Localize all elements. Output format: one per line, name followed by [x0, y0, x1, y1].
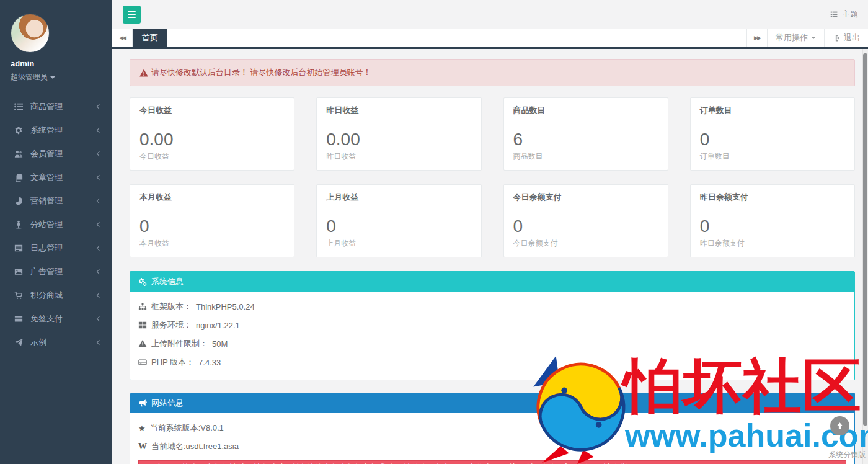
list-icon — [14, 102, 24, 112]
role-label: 超级管理员 — [11, 72, 48, 83]
panel-title: 系统信息 — [151, 276, 184, 287]
street-view-icon — [14, 220, 24, 230]
sidebar-item-example[interactable]: 示例 — [0, 331, 112, 354]
site-info-panel: 网站信息 ★ 当前系统版本:V8.0.1 W 当前域名:usdt.free1.a… — [130, 393, 855, 464]
caret-down-icon — [811, 37, 816, 39]
role-dropdown[interactable]: 超级管理员 — [11, 72, 106, 83]
credit-card-icon — [14, 314, 24, 324]
stat-card-today-income: 今日收益 0.00今日收益 — [130, 97, 294, 171]
chevron-left-icon — [96, 151, 101, 156]
card-title: 本月收益 — [130, 185, 294, 210]
stat-card-yesterday-income: 昨日收益 0.00昨日收益 — [316, 97, 481, 171]
users-icon — [14, 149, 24, 159]
site-info-body: ★ 当前系统版本:V8.0.1 W 当前域名:usdt.free1.asia 声… — [130, 413, 854, 464]
stat-card-month-income: 本月收益 0本月收益 — [130, 184, 294, 257]
card-value: 0 — [140, 216, 285, 237]
main-area: 主题 ◀◀ 首页 ▶▶ 常用操作 退出 请尽快修改默认后台目录！ 请尽快修改后台… — [112, 0, 868, 464]
warning-icon — [138, 339, 147, 348]
bullhorn-icon — [138, 399, 147, 408]
tabs-scroll-right-button[interactable]: ▶▶ — [746, 29, 767, 47]
info-label: 上传附件限制： — [151, 338, 208, 349]
sidebar-item-label: 系统管理 — [30, 125, 63, 136]
card-title: 今日收益 — [130, 98, 294, 123]
caret-down-icon — [50, 76, 55, 79]
card-label: 商品数目 — [513, 151, 658, 162]
card-value: 0 — [513, 216, 658, 237]
info-label: PHP 版本： — [151, 357, 194, 368]
sitemap-icon — [138, 302, 147, 311]
username: admin — [11, 59, 106, 68]
theme-list-icon — [830, 10, 838, 19]
card-title: 昨日收益 — [317, 98, 480, 123]
scrollbar-thumb[interactable] — [863, 53, 867, 426]
card-value: 0 — [700, 216, 845, 237]
chevron-left-icon — [96, 293, 101, 298]
card-label: 今日余额支付 — [513, 238, 658, 249]
warning-icon — [140, 69, 148, 77]
card-value: 0.00 — [326, 129, 471, 150]
info-row-php-version: PHP 版本：7.4.33 — [138, 353, 846, 372]
system-info-header: 系统信息 — [130, 272, 854, 292]
sidebar-item-system[interactable]: 系统管理 — [0, 118, 112, 142]
sidebar-item-goods[interactable]: 商品管理 — [0, 95, 112, 118]
common-actions-label: 常用操作 — [776, 32, 808, 43]
sidebar-item-label: 示例 — [30, 337, 46, 348]
chevron-left-icon — [96, 222, 101, 227]
logout-icon — [833, 34, 841, 42]
alert-text: 请尽快修改默认后台目录！ 请尽快修改后台初始管理员账号！ — [151, 67, 371, 78]
common-actions-dropdown[interactable]: 常用操作 — [767, 29, 824, 47]
sidebar-item-label: 会员管理 — [30, 148, 63, 159]
sidebar-item-members[interactable]: 会员管理 — [0, 142, 112, 166]
chevron-left-icon — [96, 340, 101, 345]
double-chevron-left-icon: ◀◀ — [119, 35, 125, 41]
warning-alert: 请尽快修改默认后台目录！ 请尽快修改后台初始管理员账号！ — [130, 59, 855, 86]
w-icon: W — [138, 442, 147, 452]
system-info-panel: 系统信息 框架版本：ThinkPHP5.0.24 服务环境：nginx/1.22… — [130, 271, 855, 380]
double-chevron-right-icon: ▶▶ — [754, 35, 760, 41]
log-list-icon — [14, 243, 24, 253]
sidebar-item-articles[interactable]: 文章管理 — [0, 166, 112, 189]
th-grid-icon — [138, 321, 147, 329]
sidebar-item-points-mall[interactable]: 积分商城 — [0, 283, 112, 307]
logout-button[interactable]: 退出 — [824, 29, 868, 47]
card-title: 商品数目 — [504, 98, 668, 123]
chevron-left-icon — [96, 316, 101, 321]
theme-button[interactable]: 主题 — [830, 9, 858, 20]
logout-label: 退出 — [844, 32, 860, 43]
back-to-top-button[interactable] — [830, 416, 849, 435]
info-row-upload-limit: 上传附件限制：50M — [138, 334, 846, 353]
sidebar-item-substation[interactable]: 分站管理 — [0, 213, 112, 236]
info-label: 服务环境： — [151, 319, 192, 331]
tab-home[interactable]: 首页 — [133, 29, 167, 47]
sidebar-item-logs[interactable]: 日志管理 — [0, 236, 112, 260]
chevron-left-icon — [96, 104, 101, 109]
system-info-body: 框架版本：ThinkPHP5.0.24 服务环境：nginx/1.22.1 上传… — [130, 292, 854, 380]
footer-version-label: 系统分销版 — [828, 450, 866, 460]
card-label: 昨日收益 — [326, 151, 471, 162]
sidebar-item-label: 文章管理 — [30, 172, 63, 183]
sidebar-item-payment[interactable]: 免签支付 — [0, 307, 112, 331]
chevron-left-icon — [96, 128, 101, 133]
sidebar-item-label: 营销管理 — [30, 195, 63, 207]
vertical-scrollbar — [862, 49, 868, 464]
card-value: 6 — [513, 129, 658, 150]
card-title: 今日余额支付 — [504, 185, 668, 210]
profile-block: admin 超级管理员 — [0, 0, 112, 86]
sidebar-item-label: 日志管理 — [30, 243, 63, 254]
card-value: 0 — [700, 129, 845, 150]
stat-card-goods-count: 商品数目 6商品数目 — [503, 97, 668, 171]
tabs-scroll-left-button[interactable]: ◀◀ — [112, 29, 133, 47]
sidebar-item-label: 商品管理 — [30, 101, 63, 112]
chevron-left-icon — [96, 199, 101, 203]
stat-card-order-count: 订单数目 0订单数目 — [690, 97, 855, 171]
paper-plane-icon — [14, 337, 24, 347]
theme-label: 主题 — [842, 9, 858, 20]
sidebar-item-ads[interactable]: 广告管理 — [0, 260, 112, 283]
site-info-header: 网站信息 — [130, 393, 854, 413]
info-label: 框架版本： — [151, 301, 192, 312]
tab-home-label: 首页 — [142, 32, 158, 43]
chevron-left-icon — [96, 246, 101, 251]
sidebar-item-marketing[interactable]: 营销管理 — [0, 189, 112, 213]
sidebar-toggle-button[interactable] — [123, 6, 141, 24]
card-title: 上月收益 — [317, 185, 480, 210]
